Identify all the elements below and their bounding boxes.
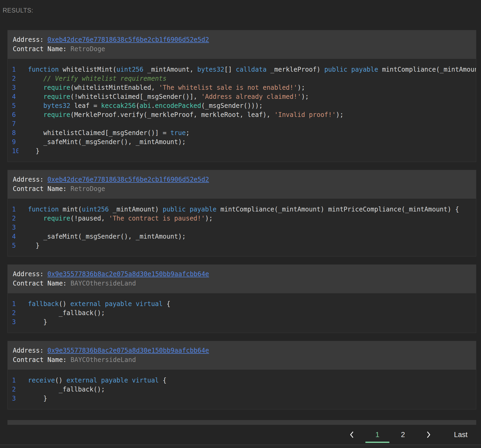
chevron-right-button[interactable] <box>423 426 434 443</box>
code-token: virtual <box>132 377 159 384</box>
code-token: calldata <box>236 66 267 73</box>
last-page-button[interactable]: Last <box>449 426 473 443</box>
results-label: RESULTS: <box>3 7 481 14</box>
code-token: keccak256 <box>101 102 136 109</box>
code-token: public <box>163 206 186 213</box>
line-number: 2 <box>12 308 18 317</box>
code-token <box>132 300 136 308</box>
result-card: Address: 0xeb42dce76e77818638c5f6be2cb1f… <box>7 30 476 162</box>
line-number: 3 <box>12 223 18 232</box>
code-token: () <box>59 300 70 308</box>
code-text: require(whitelistMintEnabled, 'The white… <box>28 83 476 92</box>
code-token: { <box>159 377 166 384</box>
page-1-label: 1 <box>375 431 379 439</box>
line-number: 9 <box>12 137 18 146</box>
code-token <box>186 206 189 213</box>
line-number: 5 <box>12 241 18 250</box>
results-list: Address: 0xeb42dce76e77818638c5f6be2cb1f… <box>0 30 481 409</box>
contract-name-label: Contract Name: <box>13 356 71 364</box>
code-token: payable <box>190 206 217 213</box>
page-2-label: 2 <box>401 431 405 439</box>
code-token: whitelistClaimed[_msgSender()] = <box>28 129 170 137</box>
address-link[interactable]: 0x9e35577836b8ac2e075a8d30e150bb9aafcbb6… <box>47 347 209 354</box>
code-text: } <box>28 146 476 156</box>
result-card: Address: 0xeb42dce76e77818638c5f6be2cb1f… <box>7 170 476 256</box>
contract-name-row: Contract Name: RetroDoge <box>13 184 471 194</box>
code-token: () <box>55 377 66 384</box>
code-text <box>28 119 476 128</box>
address-link[interactable]: 0xeb42dce76e77818638c5f6be2cb1f6906d52e5… <box>47 176 209 183</box>
page-2-button[interactable]: 2 <box>398 426 408 443</box>
code-token: { <box>163 300 170 308</box>
code-token: whitelistMint( <box>59 66 117 73</box>
line-number: 6 <box>12 110 18 119</box>
line-number: 1 <box>12 376 18 385</box>
code-text: _fallback(); <box>28 385 476 394</box>
code-token: external <box>67 377 97 384</box>
line-number: 2 <box>12 385 18 394</box>
code-line: 7 <box>8 119 476 128</box>
code-token: } <box>28 395 47 402</box>
code-token: uint256 <box>116 66 143 73</box>
code-token: payable <box>101 377 128 384</box>
code-token: ); <box>301 93 309 100</box>
chevron-right-icon <box>426 431 431 439</box>
code-token: payable <box>351 66 378 73</box>
code-token: payable <box>105 300 132 308</box>
contract-name-row: Contract Name: BAYCOthersideLand <box>13 355 471 365</box>
code-line: 2 require(!paused, 'The contract is paus… <box>8 214 476 223</box>
address-row: Address: 0xeb42dce76e77818638c5f6be2cb1f… <box>13 35 471 44</box>
result-card-header: Address: 0x9e35577836b8ac2e075a8d30e150b… <box>7 264 476 293</box>
code-line: 8 whitelistClaimed[_msgSender()] = true; <box>8 128 476 137</box>
code-text: bytes32 leaf = keccak256(abi.encodePacke… <box>28 101 476 110</box>
code-token: mintCompliance(_mintAmount) { <box>378 66 476 73</box>
code-line: 5 bytes32 leaf = keccak256(abi.encodePac… <box>8 101 476 110</box>
code-token: mintCompliance(_mintAmount) mintPriceCom… <box>217 206 459 213</box>
result-card-header: Address: 0xeb42dce76e77818638c5f6be2cb1f… <box>7 30 476 59</box>
empty-footer-bar <box>7 420 476 425</box>
code-token: ( <box>136 102 140 109</box>
code-token: 'The whitelist sale is not enabled!' <box>159 84 297 91</box>
code-text: } <box>28 317 476 327</box>
code-token: uint256 <box>82 206 109 213</box>
code-token <box>28 215 43 222</box>
chevron-left-icon <box>349 431 355 439</box>
code-token: } <box>28 318 47 326</box>
code-token: (MerkleProof.verify(_merkleProof, merkle… <box>70 111 274 119</box>
code-line: 1receive() external payable virtual { <box>8 376 476 385</box>
code-text: // Verify whitelist requirements <box>28 74 476 83</box>
code-token: // Verify whitelist requirements <box>28 75 166 82</box>
code-token <box>97 377 101 384</box>
code-line: 4 _safeMint(_msgSender(), _mintAmount); <box>8 232 476 241</box>
page-1-button[interactable]: 1 <box>372 426 383 443</box>
result-card-header: Address: 0x9e35577836b8ac2e075a8d30e150b… <box>7 341 476 370</box>
code-token: _fallback(); <box>28 309 105 317</box>
result-card-header: Address: 0xeb42dce76e77818638c5f6be2cb1f… <box>7 170 476 199</box>
address-row: Address: 0x9e35577836b8ac2e075a8d30e150b… <box>13 346 471 355</box>
address-label: Address: <box>13 347 47 354</box>
code-block: 1function mint(uint256 _mintAmount) publ… <box>7 199 476 256</box>
contract-name-value: RetroDoge <box>71 45 105 53</box>
code-line: 2 // Verify whitelist requirements <box>8 74 476 83</box>
code-token: _merkleProof) <box>267 66 324 73</box>
contract-name-value: RetroDoge <box>71 185 105 193</box>
code-text: } <box>28 241 476 250</box>
code-token: require <box>43 93 70 100</box>
code-token: ); <box>297 84 305 91</box>
address-label: Address: <box>13 176 47 183</box>
contract-name-label: Contract Name: <box>13 185 71 193</box>
line-number: 7 <box>12 119 18 128</box>
address-link[interactable]: 0x9e35577836b8ac2e075a8d30e150bb9aafcbb6… <box>47 270 209 278</box>
address-link[interactable]: 0xeb42dce76e77818638c5f6be2cb1f6906d52e5… <box>47 36 209 43</box>
code-token: receive <box>28 377 55 384</box>
code-token: } <box>28 242 39 249</box>
chevron-left-button[interactable] <box>347 426 357 443</box>
code-token: . <box>151 102 155 109</box>
code-token: (_msgSender())); <box>201 102 263 109</box>
address-row: Address: 0xeb42dce76e77818638c5f6be2cb1f… <box>13 175 471 184</box>
line-number: 4 <box>12 92 18 101</box>
code-token: virtual <box>136 300 163 308</box>
code-block: 1receive() external payable virtual {2 _… <box>7 370 476 409</box>
code-token: external <box>70 300 101 308</box>
code-token: (!paused, <box>70 215 109 222</box>
